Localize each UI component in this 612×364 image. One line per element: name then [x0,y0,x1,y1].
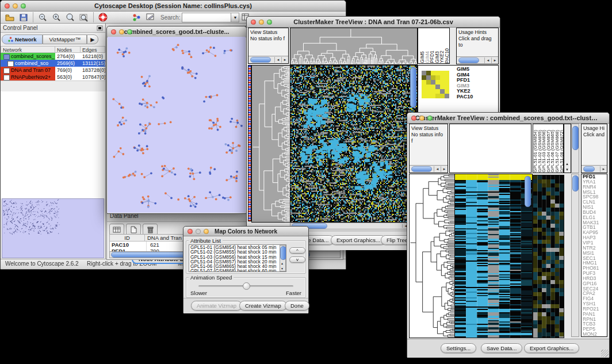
scroll-right-icon[interactable]: ► [600,166,607,172]
treeview1-row-dendrogram[interactable] [251,65,291,223]
treeview2-heatmap[interactable] [454,174,533,338]
scroll-right-icon[interactable]: ► [281,57,288,63]
view-status-scrollbar[interactable]: ◄► [410,165,447,173]
zoom-window-icon[interactable] [427,116,433,121]
file-icon [3,68,10,74]
network-view-window: combined_scores_good.txt--cluste... [106,26,247,214]
slower-label: Slower [190,290,207,296]
export-graphics-button[interactable]: Export Graphics... [331,235,386,245]
annotation-icon[interactable] [144,12,156,22]
scroll-left-icon[interactable]: ◄ [274,57,281,63]
treeview1-heatmap[interactable] [290,65,418,223]
done-button[interactable]: Done [285,301,309,311]
dialog-titlebar[interactable]: Map Colors to Network [183,227,308,236]
heatmap-vscrollbar-thumb[interactable] [410,67,416,108]
scroll-left-icon[interactable]: ◄ [484,58,491,63]
tab-vizmapper[interactable]: VizMapper™ [43,35,87,44]
minimize-icon[interactable] [196,229,201,234]
tab-network[interactable]: Network [2,35,43,44]
treeview1-column-labels: GIM5GIM4PFD1GIM3YKE2PAC10 [418,28,450,64]
treeview1-titlebar[interactable]: ClusterMaker TreeView : DNA and Tran 07-… [247,17,500,28]
scroll-down-icon[interactable]: ▼ [565,168,569,171]
scroll-right-icon[interactable]: ► [441,166,447,172]
treeview2-column-dendrogram[interactable] [449,124,531,173]
birdseye-view[interactable] [2,198,104,258]
zoom-window-icon[interactable] [267,20,272,25]
minimize-icon[interactable] [13,3,18,9]
minimize-icon[interactable] [119,29,124,35]
attribute-list-vscrollbar[interactable]: ▲ ▼ [280,245,286,271]
export-graphics-button[interactable]: Export Graphics... [524,343,579,353]
search-dropdown-icon[interactable]: ▼ [231,13,239,22]
window-controls[interactable] [5,3,26,9]
treeview2-label-vscrollbar[interactable] [571,124,579,173]
move-down-button[interactable]: v [289,256,305,263]
save-data-button[interactable]: Save Data... [481,343,522,353]
save-icon[interactable] [17,12,30,22]
treeview2-zoom-heatmap[interactable] [533,175,564,338]
attr-col-id: ID [110,235,145,241]
view-status-scrollbar[interactable]: ◄► [248,56,288,63]
scrollbar-thumb[interactable] [280,246,286,260]
tab-more[interactable]: ▶ [87,35,98,44]
network-view-canvas[interactable] [108,37,246,213]
scrollbar-thumb[interactable] [250,57,271,63]
settings-button[interactable]: Settings... [441,343,476,353]
treeview1-hscrollbar[interactable]: ◄► [290,223,416,229]
network-view-titlebar[interactable]: combined_scores_good.txt--cluste... [107,26,246,37]
help-icon[interactable] [97,12,109,22]
scrollbar-thumb[interactable] [572,175,579,191]
minimize-icon[interactable] [419,116,424,121]
scroll-up-icon[interactable]: ▲ [565,162,569,166]
scroll-left-icon[interactable]: ◄ [434,166,441,172]
heatmap-vscrollbar-thumb[interactable] [525,176,531,207]
zoom-in-icon[interactable] [50,12,63,22]
attribute-item-5[interactable]: GPL51-07 (GSM868) heat shock 60 min [189,269,286,272]
scrollbar-thumb[interactable] [458,58,479,63]
float-panel-icon[interactable] [97,23,103,33]
animate-vizmap-button[interactable]: Animate Vizmap [191,301,242,311]
close-icon[interactable] [5,3,10,9]
network-row-1[interactable]: combined_sco2569(6)13112(15) [1,60,105,67]
treeview2-row-dendrogram[interactable] [409,174,455,338]
treeview2-titlebar[interactable]: ClusterMaker TreeView : combined_scores_… [407,113,609,124]
attribute-list[interactable]: GPL51-01 (GSM854) heat shock 05 minGPL51… [189,244,286,272]
network-row-3[interactable]: RNAPuberNov2+563(0)107847(0) [1,74,105,81]
network-row-0[interactable]: combined_scores_2764(0)16218(0) [1,53,105,60]
scrollbar-thumb[interactable] [583,166,595,172]
zoom-window-icon[interactable] [127,29,132,35]
status-welcome: Welcome to Cytoscape 2.6.2 [5,260,79,267]
close-icon[interactable] [188,229,193,234]
open-icon[interactable] [3,12,16,22]
zoom-window-icon[interactable] [21,3,26,9]
scroll-down-icon[interactable]: ▼ [281,267,284,270]
treeview1-column-dendrogram[interactable] [290,28,418,65]
resize-grip[interactable] [601,350,609,357]
slider-thumb[interactable] [243,282,250,290]
treeview1-similarity-matrix[interactable] [422,71,449,98]
scrollbar-thumb[interactable] [411,166,432,172]
scrollbar-thumb[interactable] [572,126,579,150]
faster-label: Faster [286,290,301,296]
search-input[interactable] [182,13,231,22]
create-vizmap-button[interactable]: Create Vizmap [239,301,287,311]
usage-hints-scrollbar[interactable]: ◄► [457,56,498,64]
zoom-fit-icon[interactable] [78,12,90,22]
toolbar-separator [33,12,33,22]
treeview2-gene-vscrollbar[interactable] [571,174,579,337]
close-icon[interactable] [111,29,116,35]
network-icon[interactable] [130,12,143,22]
network-row-2[interactable]: DNA and Tran 07769(0)183728(0) [1,67,105,74]
minimize-icon[interactable] [259,20,264,25]
scroll-right-icon[interactable]: ► [491,58,498,63]
zoom-out-icon[interactable] [36,12,49,22]
zoom-window-icon[interactable] [204,229,209,234]
zoom-selected-icon[interactable] [64,12,76,22]
main-titlebar[interactable]: Cytoscape Desktop (Session Name: collins… [1,1,346,12]
close-icon[interactable] [411,116,416,121]
usage-hints-scrollbar[interactable]: ► [582,165,607,173]
move-up-button[interactable]: ^ [289,247,305,254]
treeview1-usage-hints: Usage HintsClick and drag to ◄► [456,28,499,64]
scroll-up-icon[interactable]: ▲ [281,262,284,265]
close-icon[interactable] [251,20,256,25]
